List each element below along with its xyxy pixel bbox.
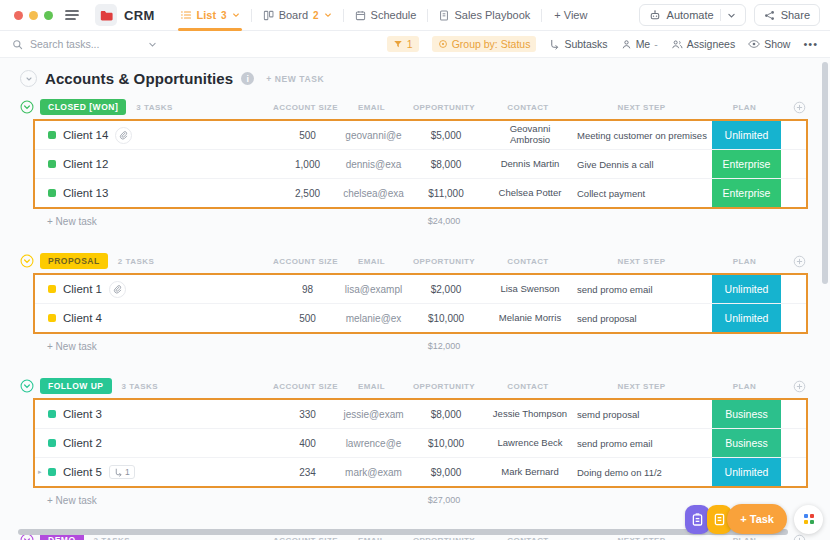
column-header[interactable]: CONTACT — [483, 536, 573, 540]
next-step-cell[interactable]: Doing demo on 11/2 — [575, 467, 712, 478]
task-name[interactable]: Client 1 — [63, 283, 102, 295]
maximize-window-icon[interactable] — [44, 11, 53, 20]
next-step-cell[interactable]: Meeting customer on premises — [575, 130, 712, 141]
account-size-cell[interactable]: 330 — [275, 409, 340, 420]
table-row[interactable]: Client 4500melanie@ex$10,000Melanie Morr… — [35, 303, 806, 332]
plan-badge[interactable]: Enterprise — [712, 179, 781, 207]
show-button[interactable]: Show — [748, 38, 790, 50]
contact-cell[interactable]: Geovanni Ambrosio — [485, 124, 575, 146]
new-task-button[interactable]: + NEW TASK — [266, 74, 324, 84]
status-square-icon[interactable] — [48, 131, 56, 139]
plan-badge[interactable]: Unlimited — [712, 121, 781, 149]
task-name[interactable]: Client 5 — [63, 466, 102, 478]
task-name[interactable]: Client 13 — [63, 187, 108, 199]
plan-badge[interactable]: Unlimited — [712, 304, 781, 332]
expand-caret-icon[interactable]: ▸ — [38, 468, 42, 476]
task-name[interactable]: Client 12 — [63, 158, 108, 170]
column-header[interactable]: NEXT STEP — [573, 382, 710, 391]
contact-cell[interactable]: Lisa Swenson — [485, 284, 575, 295]
column-header[interactable]: ACCOUNT SIZE — [273, 536, 338, 540]
task-name[interactable]: Client 4 — [63, 312, 102, 324]
table-row[interactable]: Client 132,500chelsea@exa$11,000Chelsea … — [35, 178, 806, 207]
column-header[interactable]: OPPORTUNITY — [405, 257, 483, 266]
collapse-group-icon[interactable] — [20, 254, 34, 268]
column-header[interactable]: OPPORTUNITY — [405, 536, 483, 540]
add-task-row-button[interactable]: + New task — [33, 341, 273, 352]
status-square-icon[interactable] — [48, 468, 56, 476]
status-badge[interactable]: CLOSED [WON] — [40, 99, 126, 115]
column-header[interactable]: PLAN — [710, 257, 779, 266]
column-header[interactable]: PLAN — [710, 536, 779, 540]
column-header[interactable]: OPPORTUNITY — [405, 103, 483, 112]
email-cell[interactable]: mark@exam — [340, 467, 407, 478]
opportunity-cell[interactable]: $11,000 — [407, 188, 485, 199]
collapse-group-icon[interactable] — [20, 100, 34, 114]
add-view-button[interactable]: + View — [542, 0, 599, 30]
column-header[interactable]: ACCOUNT SIZE — [273, 382, 338, 391]
contact-cell[interactable]: Jessie Thompson — [485, 409, 575, 420]
column-header[interactable]: ACCOUNT SIZE — [273, 103, 338, 112]
opportunity-cell[interactable]: $8,000 — [407, 409, 485, 420]
me-filter-button[interactable]: Me — [621, 38, 651, 50]
next-step-cell[interactable]: send proposal — [575, 313, 712, 324]
paperclip-icon[interactable] — [115, 127, 132, 144]
opportunity-cell[interactable]: $9,000 — [407, 467, 485, 478]
plan-badge[interactable]: Enterprise — [712, 150, 781, 178]
email-cell[interactable]: jessie@exam — [340, 409, 407, 420]
column-header[interactable]: OPPORTUNITY — [405, 382, 483, 391]
tab-schedule[interactable]: Schedule — [344, 0, 428, 30]
add-column-icon[interactable] — [779, 101, 808, 114]
paperclip-icon[interactable] — [109, 281, 126, 298]
filter-button[interactable]: 1 — [387, 36, 419, 52]
add-task-row-button[interactable]: + New task — [33, 216, 273, 227]
opportunity-cell[interactable]: $8,000 — [407, 159, 485, 170]
task-name[interactable]: Client 14 — [63, 129, 108, 141]
contact-cell[interactable]: Mark Bernard — [485, 467, 575, 478]
status-badge[interactable]: PROPOSAL — [40, 253, 108, 269]
collapse-group-icon[interactable] — [20, 379, 34, 393]
email-cell[interactable]: dennis@exa — [340, 159, 407, 170]
column-header[interactable]: CONTACT — [483, 382, 573, 391]
column-header[interactable]: ACCOUNT SIZE — [273, 257, 338, 266]
status-square-icon[interactable] — [48, 285, 56, 293]
tab-board[interactable]: Board2 — [252, 0, 343, 30]
opportunity-cell[interactable]: $5,000 — [407, 130, 485, 141]
minimize-window-icon[interactable] — [29, 11, 38, 20]
add-task-row-button[interactable]: + New task — [33, 495, 273, 506]
add-task-button[interactable]: + Task — [727, 504, 787, 534]
column-header[interactable]: EMAIL — [338, 382, 405, 391]
plan-badge[interactable]: Unlimited — [712, 275, 781, 303]
email-cell[interactable]: geovanni@e — [340, 130, 407, 141]
table-row[interactable]: Client 121,000dennis@exa$8,000Dennis Mar… — [35, 149, 806, 178]
status-square-icon[interactable] — [48, 160, 56, 168]
column-header[interactable]: EMAIL — [338, 536, 405, 540]
horizontal-scrollbar[interactable] — [18, 529, 788, 535]
status-square-icon[interactable] — [48, 410, 56, 418]
crm-folder-icon[interactable] — [95, 4, 117, 26]
tab-list[interactable]: List3 — [169, 0, 251, 30]
search-chevron-icon[interactable] — [148, 40, 157, 49]
opportunity-cell[interactable]: $2,000 — [407, 284, 485, 295]
task-name[interactable]: Client 3 — [63, 408, 102, 420]
account-size-cell[interactable]: 400 — [275, 438, 340, 449]
task-name[interactable]: Client 2 — [63, 437, 102, 449]
contact-cell[interactable]: Lawrence Beck — [485, 438, 575, 449]
sidebar-toggle-icon[interactable] — [65, 9, 79, 21]
account-size-cell[interactable]: 1,000 — [275, 159, 340, 170]
automate-button[interactable]: Automate — [639, 4, 746, 26]
opportunity-cell[interactable]: $10,000 — [407, 438, 485, 449]
table-row[interactable]: Client 198lisa@exampl$2,000Lisa Swensons… — [35, 275, 806, 303]
plan-badge[interactable]: Business — [712, 400, 781, 428]
next-step-cell[interactable]: Give Dennis a call — [575, 159, 712, 170]
column-header[interactable]: PLAN — [710, 382, 779, 391]
email-cell[interactable]: chelsea@exa — [340, 188, 407, 199]
collapse-list-icon[interactable] — [20, 70, 37, 87]
opportunity-cell[interactable]: $10,000 — [407, 313, 485, 324]
add-column-icon[interactable] — [779, 255, 808, 268]
search-input[interactable]: Search tasks... — [12, 38, 157, 50]
column-header[interactable]: CONTACT — [483, 257, 573, 266]
assignees-button[interactable]: Assignees — [671, 38, 735, 50]
column-header[interactable]: CONTACT — [483, 103, 573, 112]
column-header[interactable]: EMAIL — [338, 103, 405, 112]
status-square-icon[interactable] — [48, 314, 56, 322]
